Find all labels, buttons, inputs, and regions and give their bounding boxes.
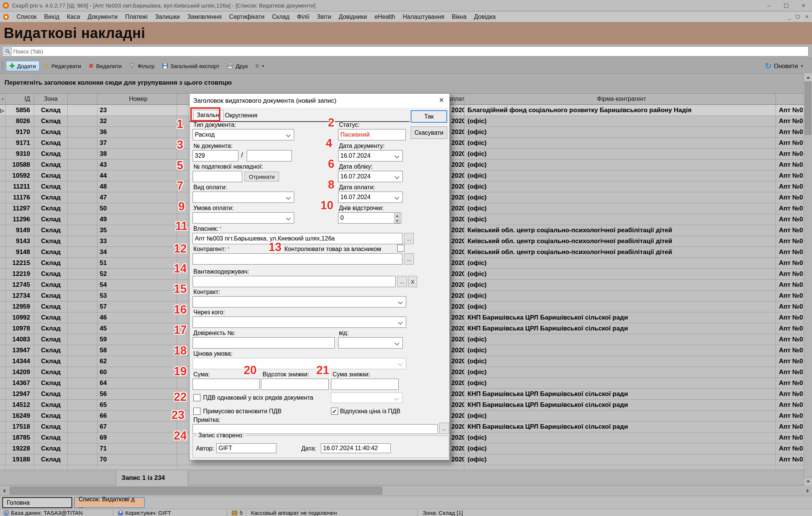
menu-item[interactable]: Залишки	[151, 14, 184, 20]
column-header-firm[interactable]: Фірма-контрагент	[464, 94, 776, 104]
menu-item[interactable]: Замовлення	[184, 14, 225, 20]
dialog-tab-rounding[interactable]: Округлення	[223, 111, 260, 120]
scroll-up-button[interactable]	[804, 73, 812, 82]
vat-same-checkbox[interactable]	[193, 394, 200, 401]
column-header-blank[interactable]	[68, 94, 97, 104]
table-cell: КНП Баришівська ЦРЛ Баришівської сільско…	[464, 389, 776, 399]
consignee-field[interactable]	[193, 276, 396, 287]
tab-list-documents[interactable]: Список: Видаткові д ...	[74, 497, 145, 508]
sum-input[interactable]	[193, 379, 260, 390]
search-input[interactable]: Поиск (Tab)	[2, 46, 809, 56]
menu-item[interactable]: Список	[13, 14, 40, 20]
menu-logo-icon	[3, 14, 9, 20]
table-cell: 70	[97, 454, 177, 465]
minimize-button[interactable]: –	[760, 0, 777, 11]
add-button[interactable]: ✚ Додати	[6, 61, 39, 71]
vat-force-checkbox[interactable]	[193, 408, 200, 415]
edit-button[interactable]: ✎ Редагувати	[41, 61, 84, 71]
table-row[interactable]	[0, 465, 804, 470]
menu-item[interactable]: Філії	[293, 14, 313, 20]
column-header-apt[interactable]	[776, 94, 804, 104]
export-button[interactable]: Загальний експорт	[159, 61, 223, 71]
table-cell: Апт №0	[776, 214, 804, 225]
owner-browse-button[interactable]: ...	[404, 233, 414, 244]
mdi-close-button[interactable]: ✕	[805, 14, 809, 20]
ok-button[interactable]: Так	[411, 110, 447, 123]
contract-combo[interactable]	[193, 296, 406, 307]
menu-item[interactable]: Сертифікати	[225, 14, 268, 20]
filter-button[interactable]: Фільтр	[126, 61, 157, 71]
menu-item[interactable]: Довідка	[470, 14, 499, 20]
table-cell: 10588	[6, 160, 34, 170]
table-cell: 34	[97, 247, 177, 257]
menu-item[interactable]: Документи	[84, 14, 121, 20]
contragent-browse-button[interactable]: ...	[404, 253, 414, 265]
refresh-button[interactable]: ↻ Оновити ▾	[765, 58, 803, 74]
discount-sum-input[interactable]	[331, 379, 399, 390]
scroll-down-button[interactable]	[804, 477, 812, 486]
dialog-close-icon[interactable]: ✕	[439, 96, 444, 104]
consignee-clear-button[interactable]: X	[408, 276, 417, 287]
proxy-number-input[interactable]	[193, 337, 335, 349]
cancel-button[interactable]: Скасувати	[411, 126, 447, 139]
vat-included-checkbox[interactable]: ✓	[331, 408, 338, 415]
payment-date-combo[interactable]: 16.07.2024	[338, 192, 403, 203]
table-cell: 53	[97, 291, 177, 301]
tax-invoice-input[interactable]	[193, 171, 242, 182]
tab-home[interactable]: Головна	[2, 497, 72, 508]
account-date-combo[interactable]: 16.07.2024	[338, 171, 403, 182]
table-cell	[68, 454, 97, 465]
horizontal-scrollbar[interactable]	[0, 486, 812, 496]
scroll-left-button[interactable]	[0, 486, 8, 496]
doc-date-combo[interactable]: 16.07.2024	[338, 150, 403, 161]
row-marker	[0, 149, 6, 159]
print-button[interactable]: Друк	[224, 61, 250, 71]
column-header-id[interactable]: ІД	[6, 94, 34, 104]
via-whom-combo[interactable]	[193, 317, 406, 328]
vertical-scrollbar[interactable]	[804, 73, 812, 486]
owner-field[interactable]: Апт №003 пгт.Барышевка, ул.Киевский шлях…	[193, 233, 402, 244]
menu-item[interactable]: Платежі	[121, 14, 152, 20]
columns-button[interactable]: ≡ ▾	[252, 61, 267, 71]
menu-item[interactable]: Довідники	[335, 14, 371, 20]
note-browse-button[interactable]: ...	[439, 423, 449, 434]
column-header-number[interactable]: Номер	[97, 94, 177, 104]
status-bar: База даних: TASA3@TITAN Користувач: GIFT…	[0, 509, 812, 516]
close-button[interactable]: ✕	[795, 0, 812, 11]
consignee-browse-button[interactable]: ...	[397, 276, 407, 287]
menu-item[interactable]: eHealth	[371, 14, 399, 20]
menu-item[interactable]: Звіти	[313, 14, 335, 20]
doc-type-combo[interactable]: Расход	[193, 129, 294, 140]
menu-item[interactable]: Вихід	[40, 14, 63, 20]
delete-button[interactable]: ✖ Видалити	[85, 61, 124, 71]
delay-days-spinner[interactable]: 0	[338, 212, 401, 224]
dialog-title-bar[interactable]: Заголовок видаткового документа (новий з…	[190, 94, 449, 108]
horizontal-scroll-thumb[interactable]	[10, 487, 382, 495]
menu-item[interactable]: Вікна	[448, 14, 470, 20]
get-button[interactable]: Отримати	[244, 172, 279, 181]
table-cell: КНП Баришівська ЦРЛ Баришівської сільско…	[464, 400, 776, 410]
menu-item[interactable]: Налаштування	[399, 14, 448, 20]
contragent-field[interactable]	[193, 253, 402, 265]
table-cell: Апт №0	[776, 192, 804, 203]
status-separator	[417, 510, 418, 516]
control-by-owner-checkbox[interactable]	[397, 245, 404, 252]
mdi-minimize-button[interactable]: _	[788, 14, 791, 20]
vertical-scroll-thumb[interactable]	[805, 82, 811, 135]
column-header-zone[interactable]: Зона	[34, 94, 68, 104]
toolbar-grip[interactable]	[2, 61, 4, 71]
spinner-buttons[interactable]	[394, 213, 400, 223]
row-marker	[0, 367, 6, 377]
menu-item[interactable]: Каса	[63, 14, 84, 20]
group-by-band[interactable]: Перетягніть заголовок колонки сюди для у…	[0, 74, 812, 93]
payment-kind-combo[interactable]	[193, 192, 294, 203]
menu-item[interactable]: Склад	[268, 14, 293, 20]
mdi-restore-button[interactable]	[796, 15, 800, 18]
doc-number-suffix-input[interactable]	[247, 150, 292, 161]
proxy-from-combo[interactable]	[338, 337, 403, 349]
doc-number-input[interactable]: 329	[193, 150, 238, 161]
payment-term-combo[interactable]	[193, 212, 294, 224]
scroll-right-button[interactable]	[804, 486, 812, 496]
restore-button[interactable]	[777, 0, 795, 11]
discount-percent-input[interactable]	[261, 379, 329, 390]
